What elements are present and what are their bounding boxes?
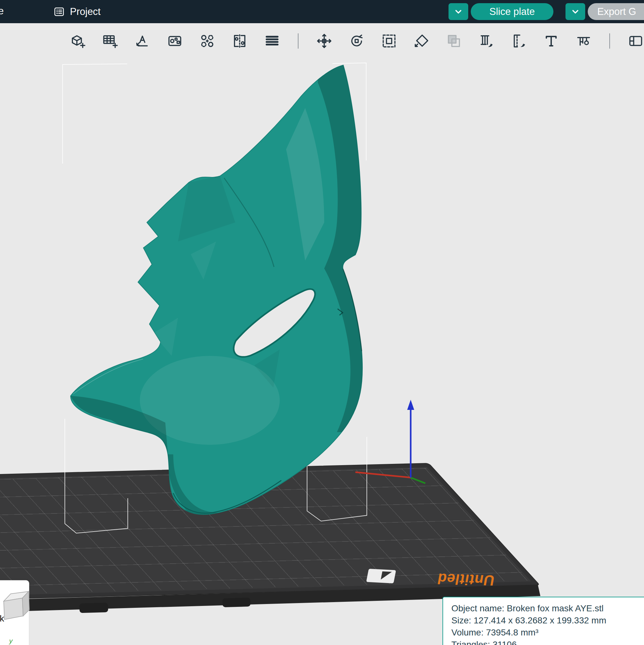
slice-dropdown-button[interactable] [449, 3, 468, 20]
gizmo-y-axis-label: y [9, 637, 13, 645]
navigation-cube-icon [0, 589, 34, 624]
seam-paint-button[interactable] [509, 31, 529, 51]
lay-flat-button[interactable] [412, 31, 431, 51]
top-bar: e Project Slice plate Ex [0, 0, 644, 23]
arrange-icon [167, 33, 183, 49]
rotate-icon [348, 33, 365, 49]
plate-logo-badge [366, 569, 396, 583]
cut-icon [446, 33, 462, 49]
auto-orient-icon [134, 33, 151, 49]
text-tool-button[interactable] [541, 31, 561, 51]
viewport-toolbar [68, 31, 644, 51]
caliper-icon [575, 33, 592, 49]
project-list-icon [53, 6, 65, 17]
slice-plate-label: Slice plate [489, 6, 535, 17]
toolbar-separator [298, 33, 299, 49]
plate-logo-icon [381, 571, 392, 580]
object-info-size: Size: 127.414 x 63.2682 x 199.332 mm [451, 615, 644, 627]
plate-foot [222, 598, 251, 607]
split-to-objects-button[interactable] [197, 31, 217, 51]
measure-button[interactable] [574, 31, 594, 51]
variable-layer-button[interactable] [262, 31, 282, 51]
clipped-tab-text: e [0, 5, 4, 17]
fox-mask-silhouette [70, 65, 362, 514]
split-objects-icon [199, 33, 215, 49]
cut-button[interactable] [444, 31, 464, 51]
assembly-button[interactable] [626, 31, 644, 51]
arrange-button[interactable] [165, 31, 185, 51]
support-paint-button[interactable] [476, 31, 496, 51]
support-paint-icon [478, 33, 495, 49]
slicer-app-window: e Project Slice plate Ex [0, 0, 644, 645]
move-button[interactable] [314, 31, 334, 51]
rotate-button[interactable] [347, 31, 366, 51]
tab-project[interactable]: Project [53, 0, 101, 23]
split-parts-icon [231, 33, 248, 49]
project-tab-label: Project [70, 6, 101, 17]
lay-flat-icon [413, 33, 430, 49]
plate-foot [79, 603, 109, 613]
object-info-name: Object name: Broken fox mask AYE.stl [451, 602, 644, 615]
navigation-cube-panel[interactable]: k y [0, 580, 29, 645]
move-icon [316, 33, 332, 49]
export-dropdown-button[interactable] [566, 3, 585, 20]
layers-icon [264, 33, 280, 49]
add-cube-icon [69, 33, 86, 49]
split-to-parts-button[interactable] [230, 31, 250, 51]
add-plate-button[interactable] [100, 31, 120, 51]
plate-name-label: Untitled [394, 569, 496, 589]
seam-paint-icon [510, 33, 527, 49]
assembly-icon [628, 33, 644, 49]
toolbar-separator [609, 33, 610, 49]
scale-button[interactable] [379, 31, 399, 51]
fox-mask-model[interactable] [70, 63, 369, 521]
slice-plate-button[interactable]: Slice plate [471, 3, 553, 20]
top-bar-actions: Slice plate Export G [449, 3, 644, 20]
scale-icon [381, 33, 397, 49]
export-gcode-label: Export G [597, 6, 636, 17]
object-info-volume: Volume: 73954.8 mm³ [451, 627, 644, 639]
z-axis-arrowhead [407, 400, 414, 410]
object-info-panel: Object name: Broken fox mask AYE.stl Siz… [443, 597, 644, 645]
gizmo-partial-label: k [0, 614, 4, 624]
object-info-triangles: Triangles: 31106 [451, 639, 644, 645]
chevron-down-icon [454, 7, 463, 16]
chevron-down-icon [571, 7, 580, 16]
auto-orient-button[interactable] [133, 31, 152, 51]
add-object-button[interactable] [68, 31, 88, 51]
add-plate-icon [102, 33, 118, 49]
export-gcode-button[interactable]: Export G [588, 3, 644, 20]
text-icon [543, 33, 559, 49]
